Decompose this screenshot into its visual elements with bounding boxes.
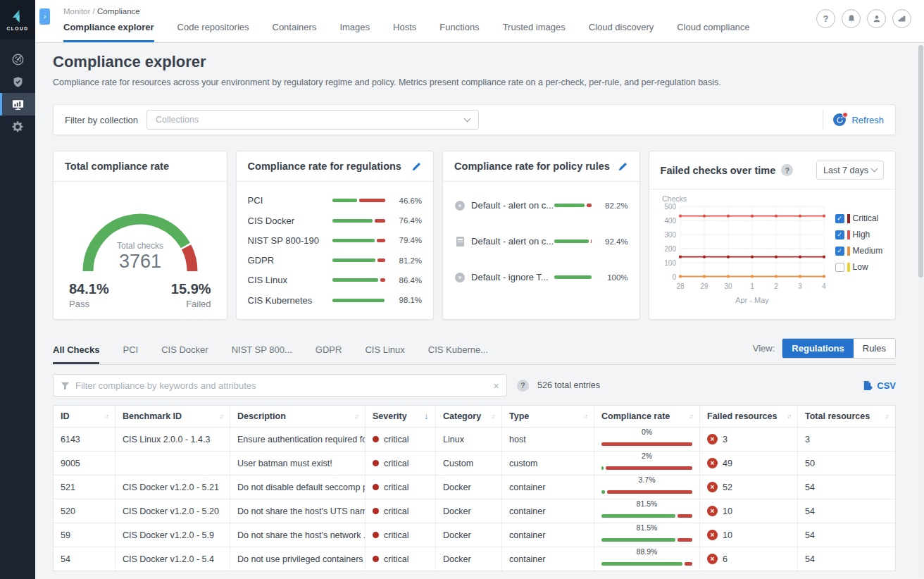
column-label: Description xyxy=(237,411,286,421)
sort-icons[interactable]: ↓↑ xyxy=(689,413,692,420)
regulation-row-pci[interactable]: PCI46.6% xyxy=(248,195,423,206)
header-tab-cloud-discovery[interactable]: Cloud discovery xyxy=(589,22,654,42)
table-row[interactable]: 54CIS Docker v1.2.0 - 5.4Do not use priv… xyxy=(54,547,895,571)
table-row[interactable]: 6143CIS Linux 2.0.0 - 1.4.3Ensure authen… xyxy=(54,427,895,451)
svg-text:29: 29 xyxy=(700,282,708,290)
table-tab-cis-docker[interactable]: CIS Docker xyxy=(161,339,208,364)
edit-pencil-icon[interactable] xyxy=(411,161,422,172)
checkbox-checked-icon[interactable]: ✓ xyxy=(835,214,844,223)
sidebar-item-radar[interactable] xyxy=(0,48,35,70)
entries-help-icon[interactable]: ? xyxy=(517,380,529,392)
view-option-rules[interactable]: Rules xyxy=(854,339,895,358)
help-circle-icon[interactable]: ? xyxy=(781,164,793,176)
compliance-percentage: 2% xyxy=(601,452,692,460)
legend-swatch xyxy=(847,247,850,256)
notifications-bell-icon[interactable] xyxy=(842,9,861,28)
column-header-failed-resources[interactable]: Failed resources↓↑ xyxy=(700,406,798,427)
policy-rule-percentage: 100% xyxy=(597,273,628,282)
regulation-row-gdpr[interactable]: GDPR81.2% xyxy=(248,255,423,266)
header-tab-containers[interactable]: Containers xyxy=(273,22,317,42)
table-tab-pci[interactable]: PCI xyxy=(123,339,138,364)
column-header-benchmark-id[interactable]: Benchmark ID↓↑ xyxy=(116,406,230,427)
edit-pencil-icon[interactable] xyxy=(618,161,628,172)
sort-icons[interactable]: ↓↑ xyxy=(885,413,888,420)
table-row[interactable]: 9005User batman must exist!criticalCusto… xyxy=(54,451,895,475)
legend-item-critical[interactable]: ✓Critical xyxy=(835,213,883,223)
sort-icons[interactable]: ↓↑ xyxy=(219,413,223,420)
stats-icon[interactable] xyxy=(892,9,911,28)
legend-item-high[interactable]: ✓High xyxy=(835,230,883,239)
column-header-category[interactable]: Category↓↑ xyxy=(436,406,502,427)
page-description: Compliance rate for resources across you… xyxy=(53,77,896,87)
view-option-regulations[interactable]: Regulations xyxy=(782,339,853,358)
policy-rule-row[interactable]: Default - alert on c...82.2% xyxy=(454,200,628,211)
sort-icons[interactable]: ↓↑ xyxy=(787,413,790,420)
regulation-row-cis-docker[interactable]: CIS Docker76.4% xyxy=(248,216,423,226)
breadcrumb-section[interactable]: Monitor xyxy=(63,7,90,15)
sort-icons[interactable]: ↓↑ xyxy=(104,413,108,420)
sidebar-item-defend[interactable] xyxy=(0,70,35,93)
user-icon[interactable] xyxy=(867,9,886,28)
checkbox-checked-icon[interactable]: ✓ xyxy=(835,230,844,239)
table-tab-cis-linux[interactable]: CIS Linux xyxy=(365,339,404,364)
csv-export-button[interactable]: CSV xyxy=(862,380,896,391)
collections-select[interactable]: Collections xyxy=(146,110,479,130)
header-tab-code-repositories[interactable]: Code repositories xyxy=(177,22,249,42)
table-row[interactable]: 521CIS Docker v1.2.0 - 5.21Do not disabl… xyxy=(54,475,895,499)
svg-text:3: 3 xyxy=(798,282,802,290)
bar-pass-segment xyxy=(332,239,375,242)
table-row[interactable]: 59CIS Docker v1.2.0 - 5.9Do not share th… xyxy=(54,523,895,547)
table-row[interactable]: 520CIS Docker v1.2.0 - 5.20Do not share … xyxy=(54,499,895,523)
app-logo[interactable]: CLOUD xyxy=(0,0,35,39)
clear-filter-icon[interactable]: × xyxy=(493,380,499,392)
policy-rule-row[interactable]: Default - ignore T...100% xyxy=(454,272,628,282)
time-range-select[interactable]: Last 7 days xyxy=(816,161,884,180)
table-tab-gdpr[interactable]: GDPR xyxy=(316,339,342,364)
checkbox-checked-icon[interactable]: ✓ xyxy=(835,247,844,256)
column-header-severity[interactable]: Severity↓ xyxy=(366,406,436,427)
cell-severity: critical xyxy=(366,452,436,475)
header-tab-compliance-explorer[interactable]: Compliance explorer xyxy=(63,22,154,42)
sort-icons[interactable]: ↓↑ xyxy=(491,413,494,420)
header-tab-hosts[interactable]: Hosts xyxy=(393,22,416,42)
sidebar-item-manage[interactable] xyxy=(0,116,35,138)
header-tab-trusted-images[interactable]: Trusted images xyxy=(503,22,566,42)
legend-item-low[interactable]: Low xyxy=(835,262,883,272)
column-header-id[interactable]: ID↓↑ xyxy=(54,406,116,427)
page-scrollbar[interactable] xyxy=(918,45,923,578)
help-icon[interactable]: ? xyxy=(816,9,835,28)
regulation-row-cis-linux[interactable]: CIS Linux86.4% xyxy=(248,275,423,285)
funnel-filter-icon xyxy=(61,381,70,390)
checkbox-unchecked-icon[interactable] xyxy=(835,263,844,272)
refresh-button[interactable]: Refresh xyxy=(823,110,884,130)
regulation-percentage: 81.2% xyxy=(391,256,422,265)
policy-rule-row[interactable]: Default - alert on c...92.4% xyxy=(454,236,628,247)
regulation-row-nist-sp-800-190[interactable]: NIST SP 800-19079.4% xyxy=(248,235,423,246)
sort-icons[interactable]: ↓↑ xyxy=(354,413,358,420)
header-tab-images[interactable]: Images xyxy=(339,22,370,42)
sidebar-item-monitor[interactable] xyxy=(0,93,35,116)
legend-item-medium[interactable]: ✓Medium xyxy=(835,246,883,256)
column-header-total-resources[interactable]: Total resources↓↑ xyxy=(798,406,895,427)
regulation-percentage: 98.1% xyxy=(391,296,422,304)
table-tab-nist-sp-800[interactable]: NIST SP 800... xyxy=(232,339,292,364)
refresh-badge-dot xyxy=(842,112,848,118)
regulation-row-cis-kubernetes[interactable]: CIS Kubernetes98.1% xyxy=(248,295,423,306)
compliance-filter-input[interactable] xyxy=(75,380,487,391)
failed-checks-card: Failed checks over time ? Last 7 days 01… xyxy=(649,151,896,320)
header-tab-functions[interactable]: Functions xyxy=(439,22,479,42)
column-header-type[interactable]: Type↓↑ xyxy=(502,406,594,427)
table-tab-all-checks[interactable]: All Checks xyxy=(53,339,99,364)
total-compliance-card: Total compliance rate Total checks3761 8… xyxy=(53,151,227,320)
scrollbar-thumb[interactable] xyxy=(918,45,923,278)
header-tab-cloud-compliance[interactable]: Cloud compliance xyxy=(677,22,749,42)
bar-fail-segment xyxy=(587,204,591,207)
sidebar-expand-button[interactable]: › xyxy=(39,8,50,25)
cell-severity: critical xyxy=(366,523,436,547)
sort-desc-icon[interactable]: ↓ xyxy=(424,411,428,421)
column-header-compliance-rate[interactable]: Compliance rate↓↑ xyxy=(594,406,700,427)
column-header-description[interactable]: Description↓↑ xyxy=(230,406,366,427)
table-tab-cis-kuberne[interactable]: CIS Kuberne... xyxy=(428,339,488,364)
sort-icons[interactable]: ↓↑ xyxy=(583,413,587,420)
cell-benchmark-id: CIS Docker v1.2.0 - 5.9 xyxy=(116,523,230,547)
